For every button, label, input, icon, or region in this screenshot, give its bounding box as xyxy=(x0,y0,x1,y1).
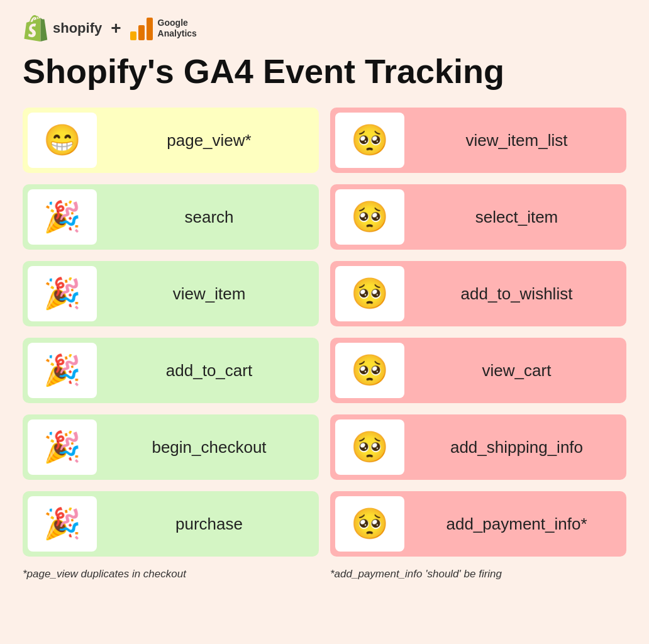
ga-label-line2: Analytics xyxy=(158,28,197,39)
footnote-left: *page_view duplicates in checkout xyxy=(23,568,319,580)
emoji-box: 🎉 xyxy=(28,189,97,245)
right-event-card-4: 🥺 add_shipping_info xyxy=(330,414,626,480)
footnotes: *page_view duplicates in checkout *add_p… xyxy=(23,568,626,580)
ga-logo: Google Analytics xyxy=(130,16,197,40)
emoji-box: 🎉 xyxy=(28,343,97,398)
emoji-box: 🥺 xyxy=(335,419,404,475)
event-label: add_to_wishlist xyxy=(408,262,625,325)
ga-bars-icon xyxy=(130,16,153,40)
main-title: Shopify's GA4 Event Tracking xyxy=(23,53,626,90)
left-event-card-1: 🎉 search xyxy=(23,184,319,250)
left-event-card-5: 🎉 purchase xyxy=(23,491,319,557)
right-event-card-2: 🥺 add_to_wishlist xyxy=(330,261,626,326)
emoji-box: 🥺 xyxy=(335,189,404,245)
event-label: view_cart xyxy=(408,339,625,402)
right-event-card-1: 🥺 select_item xyxy=(330,184,626,250)
event-label: view_item_list xyxy=(408,109,625,172)
emoji-box: 🥺 xyxy=(335,496,404,552)
footnote-right: *add_payment_info 'should' be firing xyxy=(330,568,626,580)
right-event-card-0: 🥺 view_item_list xyxy=(330,108,626,173)
left-event-card-4: 🎉 begin_checkout xyxy=(23,414,319,480)
ga-text: Google Analytics xyxy=(158,18,197,39)
right-event-card-3: 🥺 view_cart xyxy=(330,338,626,403)
header: shopify + Google Analytics xyxy=(23,15,626,42)
shopify-logo: shopify xyxy=(23,15,102,42)
event-label: select_item xyxy=(408,186,625,248)
event-label: page_view* xyxy=(101,109,318,172)
left-event-card-2: 🎉 view_item xyxy=(23,261,319,326)
right-event-card-5: 🥺 add_payment_info* xyxy=(330,491,626,557)
left-event-card-0: 😁 page_view* xyxy=(23,108,319,173)
emoji-box: 🎉 xyxy=(28,496,97,552)
event-grid: 😁 page_view* 🥺 view_item_list 🎉 search 🥺… xyxy=(23,108,626,557)
emoji-box: 😁 xyxy=(28,113,97,168)
emoji-box: 🎉 xyxy=(28,419,97,475)
event-label: add_shipping_info xyxy=(408,416,625,479)
shopify-label: shopify xyxy=(53,20,102,36)
event-label: search xyxy=(101,186,318,248)
ga-label-line1: Google xyxy=(158,18,197,28)
plus-icon: + xyxy=(111,18,121,38)
event-label: add_to_cart xyxy=(101,339,318,402)
emoji-box: 🥺 xyxy=(335,266,404,321)
event-label: begin_checkout xyxy=(101,416,318,479)
event-label: purchase xyxy=(101,492,318,555)
left-event-card-3: 🎉 add_to_cart xyxy=(23,338,319,403)
emoji-box: 🥺 xyxy=(335,343,404,398)
emoji-box: 🥺 xyxy=(335,113,404,168)
event-label: view_item xyxy=(101,262,318,325)
event-label: add_payment_info* xyxy=(408,492,625,555)
shopify-icon xyxy=(23,15,49,42)
emoji-box: 🎉 xyxy=(28,266,97,321)
